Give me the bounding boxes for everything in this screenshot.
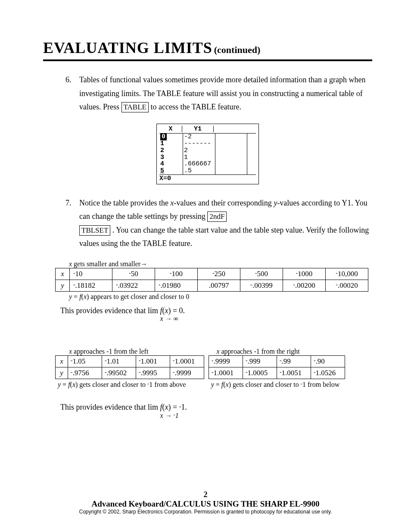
table-row: -.9999 -.999 -.99 -.90 <box>209 355 345 367</box>
table1-note: y = f(x) y = f(x) appears to get closer … <box>69 293 372 301</box>
cell: 1.05 <box>73 357 86 365</box>
calc-x2: 2 <box>159 147 183 154</box>
key-2ndf: 2ndF <box>207 212 227 222</box>
cell: 1.0001 <box>175 357 195 365</box>
item-number: 6. <box>65 73 79 114</box>
table2-captions: x approaches -1 from the left x approach… <box>69 348 372 355</box>
key-table: TABLE <box>121 102 149 112</box>
calc-x5: 5 <box>159 168 183 174</box>
table2-notes: y = f(x) gets closer and closer to -1 fr… <box>58 381 372 389</box>
item-number: 7. <box>65 196 79 251</box>
row-label: x <box>56 355 68 367</box>
table-2-right: -.9999 -.999 -.99 -.90 -1.0001 -1.0005 -… <box>209 355 345 379</box>
calc-hdr-x: X <box>159 126 182 133</box>
cell: .9995 <box>141 369 157 377</box>
cell: 1.01 <box>107 357 120 365</box>
calc-y5: .5 <box>183 168 215 174</box>
list-item-6: 6. Tables of functional values sometimes… <box>65 73 372 114</box>
cell: 1.0005 <box>248 369 268 377</box>
key-tblset: TBLSET <box>79 225 110 236</box>
cell: .03922 <box>118 281 138 289</box>
cell: 10 <box>75 270 83 278</box>
page-title-sub: (continued) <box>214 44 261 55</box>
list-item-7: 7. Notice the table provides the x-value… <box>65 196 372 251</box>
cell: 250 <box>215 270 226 278</box>
cell: .18182 <box>75 281 96 289</box>
cell: 100 <box>172 270 183 278</box>
calc-footer: X=0 <box>159 175 256 182</box>
calc-x4: 4 <box>159 161 183 168</box>
text: -values and their corresponding <box>174 199 274 207</box>
cell: .9756 <box>73 369 89 377</box>
table-row: -1.0001 -1.0005 -1.0051 -1.0526 <box>209 367 345 379</box>
calc-x0: 0 <box>160 134 167 140</box>
page-title-main: EVALUATING LIMITS <box>43 39 212 56</box>
footer-page-number: 2 <box>0 490 411 499</box>
table-1: x -10 -50 -100 -250 -500 -1000 -10,000 y… <box>55 268 368 292</box>
cell: 10,000 <box>338 270 358 278</box>
cell: .90 <box>316 357 325 365</box>
table-row: x -10 -50 -100 -250 -500 -1000 -10,000 <box>56 268 368 280</box>
text: to access the TABLE feature. <box>150 103 241 111</box>
page-footer: 2 Advanced Keyboard/CALCULUS USING THE S… <box>0 490 411 515</box>
evidence-1: This provides evidence that lim f(x) = 0… <box>60 307 372 323</box>
calc-x1: 1 <box>159 140 183 147</box>
calc-row: 2 2 <box>159 147 256 154</box>
cell: .99502 <box>107 369 127 377</box>
calc-y0: -2 <box>183 134 215 140</box>
table2-left-caption: x approaches -1 from the left <box>69 348 148 355</box>
cell: .99 <box>282 357 291 365</box>
calc-y1: ------- <box>183 140 215 147</box>
table2-right-note: y = f(x) gets closer and closer to -1 fr… <box>211 381 340 389</box>
evidence-text: This provides evidence that lim <box>60 403 160 411</box>
calc-header: X Y1 <box>159 126 256 134</box>
calc-hdr-y: Y1 <box>182 126 214 133</box>
calc-row: 0 -2 <box>159 134 256 140</box>
item-body: Tables of functional values sometimes pr… <box>79 73 372 114</box>
cell: 1.001 <box>141 357 157 365</box>
cell: 1.0051 <box>282 369 302 377</box>
calculator-screenshot: X Y1 0 -2 1 ------- 2 2 3 1 4 .666667 <box>156 124 259 184</box>
calc-y4: .666667 <box>183 161 215 168</box>
table-2-wrap: x -1.05 -1.01 -1.001 -1.0001 y -.9756 -.… <box>55 355 372 379</box>
cell: .999 <box>248 357 261 365</box>
calc-row: 3 1 <box>159 154 256 161</box>
calc-y2: 2 <box>183 147 215 154</box>
footer-title: Advanced Keyboard/CALCULUS USING THE SHA… <box>0 499 411 509</box>
page: EVALUATING LIMITS (continued) 6. Tables … <box>0 0 411 419</box>
table-2-left: x -1.05 -1.01 -1.001 -1.0001 y -.9756 -.… <box>55 355 204 379</box>
cell: 1000 <box>298 270 312 278</box>
calc-row: 1 ------- <box>159 140 256 147</box>
cell: .00020 <box>338 281 358 289</box>
cell: 1.0001 <box>214 369 234 377</box>
table2-left-note: y = f(x) gets closer and closer to -1 fr… <box>58 381 186 389</box>
cell: .00200 <box>295 281 315 289</box>
table-row: x -1.05 -1.01 -1.001 -1.0001 <box>56 355 204 367</box>
cell: 50 <box>131 270 138 278</box>
evidence-2: This provides evidence that lim f(x) = -… <box>60 403 372 419</box>
cell: .00399 <box>252 281 273 289</box>
table2-right-caption: x approaches -1 from the right <box>216 348 299 355</box>
calc-y3: 1 <box>183 154 215 161</box>
table-row: y -.9756 -.99502 -.9995 -.9999 <box>56 367 204 379</box>
evidence-text: This provides evidence that lim <box>60 306 160 315</box>
calc-hdr-blank <box>214 126 256 133</box>
cell: .9999 <box>175 369 191 377</box>
row-label: y <box>56 280 70 291</box>
cell: .01980 <box>161 281 181 289</box>
cell: .00797 <box>209 281 229 289</box>
item-body: Notice the table provides the x-values a… <box>79 196 372 251</box>
row-label: y <box>56 367 68 379</box>
table1-caption: x x gets smaller and smaller→gets smalle… <box>69 260 372 268</box>
calc-row: 5 .5 <box>159 168 256 175</box>
title-bar: EVALUATING LIMITS (continued) <box>43 39 372 61</box>
footer-copyright: Copyright © 2002, Sharp Electronics Corp… <box>0 509 411 515</box>
lim-under: x → ∞ <box>160 315 185 323</box>
calc-row: 4 .666667 <box>159 161 256 168</box>
text: . You can change the table start value a… <box>79 226 369 248</box>
table-row: y -.18182 -.03922 -.01980 .00797 -.00399… <box>56 280 368 291</box>
text: Notice the table provides the <box>79 199 170 207</box>
calc-x3: 3 <box>159 154 183 161</box>
cell: .9999 <box>214 357 230 365</box>
row-label: x <box>56 268 70 280</box>
